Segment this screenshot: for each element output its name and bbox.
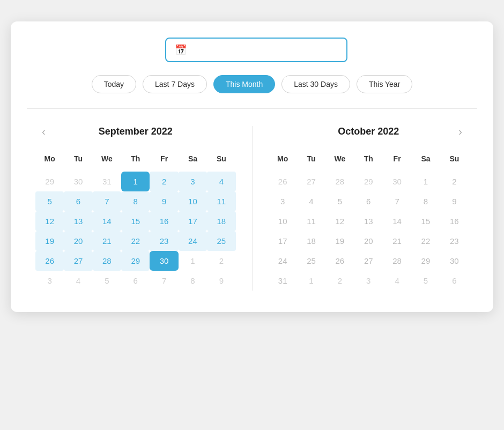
- dow-header-mo: Mo: [35, 150, 64, 172]
- date-range-input[interactable]: 📅: [165, 38, 347, 62]
- cal-day: 4: [64, 271, 92, 291]
- cal-day[interactable]: 3: [269, 191, 297, 211]
- cal-day: 3: [354, 271, 383, 291]
- cal-header-sep2022: ‹September 2022: [35, 126, 236, 137]
- cal-day: 5: [93, 271, 121, 291]
- cal-day[interactable]: 19: [325, 231, 354, 251]
- cal-day[interactable]: 9: [440, 191, 469, 211]
- calendar-icon: 📅: [175, 44, 187, 56]
- cal-day[interactable]: 18: [207, 211, 235, 231]
- cal-day[interactable]: 21: [93, 231, 121, 251]
- cal-grid-oct2022: MoTuWeThFrSaSu26272829301234567891011121…: [269, 150, 469, 291]
- cal-day[interactable]: 2: [440, 172, 469, 191]
- cal-day[interactable]: 13: [64, 211, 92, 231]
- cal-day[interactable]: 17: [269, 231, 297, 251]
- cal-day: 3: [35, 271, 64, 291]
- cal-day[interactable]: 25: [207, 231, 235, 251]
- cal-title-sep2022: September 2022: [99, 126, 173, 137]
- cal-day[interactable]: 3: [179, 172, 207, 191]
- cal-day[interactable]: 24: [179, 231, 207, 251]
- cal-day[interactable]: 22: [411, 231, 440, 251]
- dow-header-we: We: [93, 150, 121, 172]
- cal-day[interactable]: 26: [35, 251, 64, 271]
- cal-day[interactable]: 29: [121, 251, 150, 271]
- cal-day[interactable]: 30: [440, 251, 469, 271]
- cal-day[interactable]: 9: [150, 191, 178, 211]
- cal-day: 28: [325, 172, 354, 191]
- cal-day[interactable]: 7: [93, 191, 121, 211]
- preset-btn-today[interactable]: Today: [92, 75, 136, 93]
- cal-day: 29: [354, 172, 383, 191]
- dow-header-tu: Tu: [64, 150, 92, 172]
- cal-day: 1: [179, 251, 207, 271]
- cal-day[interactable]: 17: [179, 211, 207, 231]
- cal-day[interactable]: 10: [269, 211, 297, 231]
- cal-day[interactable]: 20: [354, 231, 383, 251]
- cal-day: 7: [150, 271, 178, 291]
- calendar-oct2022: October 2022›MoTuWeThFrSaSu2627282930123…: [253, 126, 478, 291]
- calendar-sep2022: ‹September 2022MoTuWeThFrSaSu29303112345…: [27, 126, 253, 291]
- date-picker: 📅 TodayLast 7 DaysThis MonthLast 30 Days…: [11, 21, 493, 312]
- cal-day[interactable]: 24: [269, 251, 297, 271]
- cal-day[interactable]: 29: [411, 251, 440, 271]
- preset-btn-thismonth[interactable]: This Month: [213, 75, 275, 93]
- cal-day[interactable]: 14: [383, 211, 411, 231]
- cal-day[interactable]: 27: [354, 251, 383, 271]
- dow-header-su: Su: [440, 150, 469, 172]
- cal-day[interactable]: 12: [35, 211, 64, 231]
- cal-day[interactable]: 7: [383, 191, 411, 211]
- dow-header-th: Th: [354, 150, 383, 172]
- presets-row: TodayLast 7 DaysThis MonthLast 30 DaysTh…: [27, 75, 477, 109]
- cal-day[interactable]: 1: [411, 172, 440, 191]
- cal-day[interactable]: 4: [297, 191, 325, 211]
- cal-day[interactable]: 15: [121, 211, 150, 231]
- cal-day[interactable]: 10: [179, 191, 207, 211]
- cal-day: 8: [179, 271, 207, 291]
- cal-day[interactable]: 18: [297, 231, 325, 251]
- cal-day[interactable]: 23: [440, 231, 469, 251]
- cal-day[interactable]: 27: [64, 251, 92, 271]
- cal-day[interactable]: 6: [64, 191, 92, 211]
- cal-day[interactable]: 14: [93, 211, 121, 231]
- cal-day[interactable]: 21: [383, 231, 411, 251]
- cal-day[interactable]: 16: [150, 211, 178, 231]
- preset-btn-last30days[interactable]: Last 30 Days: [281, 75, 350, 93]
- cal-day[interactable]: 5: [35, 191, 64, 211]
- cal-day[interactable]: 20: [64, 231, 92, 251]
- dow-header-sa: Sa: [411, 150, 440, 172]
- cal-day[interactable]: 12: [325, 211, 354, 231]
- cal-day[interactable]: 26: [325, 251, 354, 271]
- calendars-row: ‹September 2022MoTuWeThFrSaSu29303112345…: [27, 126, 477, 291]
- cal-day: 5: [411, 271, 440, 291]
- cal-day: 26: [269, 172, 297, 191]
- cal-day[interactable]: 16: [440, 211, 469, 231]
- cal-day[interactable]: 2: [150, 172, 178, 191]
- cal-day[interactable]: 11: [297, 211, 325, 231]
- cal-day[interactable]: 28: [93, 251, 121, 271]
- cal-day[interactable]: 19: [35, 231, 64, 251]
- cal-day[interactable]: 8: [411, 191, 440, 211]
- cal-day[interactable]: 23: [150, 231, 178, 251]
- cal-day[interactable]: 6: [354, 191, 383, 211]
- cal-day[interactable]: 22: [121, 231, 150, 251]
- dow-header-th: Th: [121, 150, 150, 172]
- cal-day[interactable]: 1: [121, 172, 150, 191]
- cal-day[interactable]: 5: [325, 191, 354, 211]
- cal-day[interactable]: 13: [354, 211, 383, 231]
- cal-day: 1: [297, 271, 325, 291]
- preset-btn-thisyear[interactable]: This Year: [357, 75, 412, 93]
- cal-day[interactable]: 25: [297, 251, 325, 271]
- cal-day[interactable]: 8: [121, 191, 150, 211]
- cal-day[interactable]: 30: [150, 251, 178, 271]
- cal-day: 6: [440, 271, 469, 291]
- preset-btn-last7days[interactable]: Last 7 Days: [143, 75, 207, 93]
- cal-day[interactable]: 4: [207, 172, 235, 191]
- cal-day[interactable]: 15: [411, 211, 440, 231]
- cal-day[interactable]: 11: [207, 191, 235, 211]
- cal-day: 9: [207, 271, 235, 291]
- next-month-button[interactable]: ›: [452, 123, 469, 140]
- cal-day[interactable]: 28: [383, 251, 411, 271]
- dow-header-mo: Mo: [269, 150, 297, 172]
- prev-month-button[interactable]: ‹: [35, 123, 52, 140]
- cal-day[interactable]: 31: [269, 271, 297, 291]
